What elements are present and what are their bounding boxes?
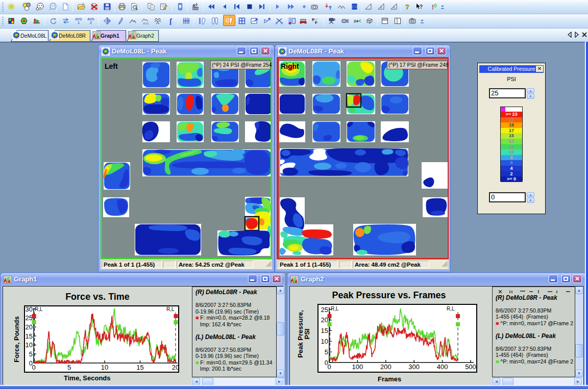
svg-text:5: 5 xyxy=(325,348,328,356)
svg-text:10: 10 xyxy=(101,364,108,371)
svg-text:30: 30 xyxy=(26,305,33,313)
svg-text:20: 20 xyxy=(321,316,328,324)
svg-text:200: 200 xyxy=(380,363,391,371)
svg-text:15: 15 xyxy=(136,364,143,371)
svg-text:?: ? xyxy=(420,4,423,10)
svg-text:F: F xyxy=(315,20,317,25)
svg-text:15: 15 xyxy=(321,327,328,334)
svg-text:25: 25 xyxy=(26,314,33,322)
svg-text:∫: ∫ xyxy=(169,17,173,25)
svg-text:AVG: AVG xyxy=(143,22,149,25)
svg-text:10: 10 xyxy=(321,338,328,345)
svg-text:R,L: R,L xyxy=(331,306,339,312)
svg-text:300: 300 xyxy=(408,363,420,371)
svg-text:400: 400 xyxy=(437,363,448,371)
svg-text:R,L: R,L xyxy=(35,306,43,312)
svg-text:2: 2 xyxy=(90,21,92,24)
svg-text:AVG: AVG xyxy=(87,17,94,21)
svg-text:AVG: AVG xyxy=(75,17,82,21)
svg-text:10: 10 xyxy=(26,341,33,349)
svg-text:5: 5 xyxy=(67,364,71,371)
svg-text:500: 500 xyxy=(465,363,476,371)
svg-text:20: 20 xyxy=(26,323,33,331)
svg-text:20: 20 xyxy=(172,364,179,371)
svg-text:25: 25 xyxy=(321,306,328,314)
svg-text:R,L: R,L xyxy=(166,306,175,312)
svg-text:15: 15 xyxy=(26,332,33,340)
svg-text:5: 5 xyxy=(29,350,33,358)
svg-text:100: 100 xyxy=(352,363,363,371)
svg-text:0: 0 xyxy=(327,363,331,371)
svg-text:?: ? xyxy=(405,3,409,11)
svg-text:R,L: R,L xyxy=(447,306,455,312)
svg-text:24: 24 xyxy=(354,19,358,23)
svg-text:1: 1 xyxy=(78,21,80,24)
svg-text:0: 0 xyxy=(32,364,35,371)
